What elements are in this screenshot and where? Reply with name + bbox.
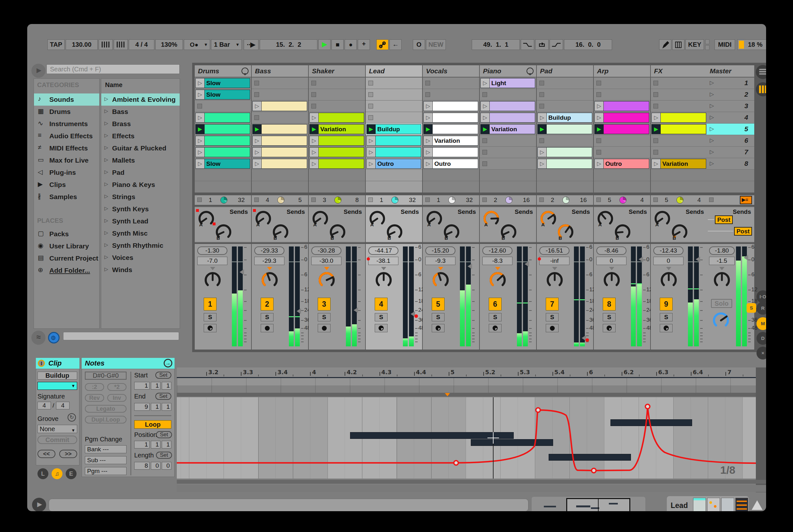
clip-playing[interactable]: ▶Variation [309, 124, 364, 134]
editor-time-ruler[interactable]: 3.23.33.444.24.34.455.25.35.466.26.36.47 [177, 367, 756, 377]
browser-item[interactable]: ▷Ambient & Evolving [101, 93, 180, 106]
solo-button[interactable]: S [660, 313, 672, 321]
browser-collapse-button[interactable]: ▶ [31, 64, 45, 78]
scene-slot[interactable]: ▷8 [706, 158, 754, 170]
clip[interactable]: ▷ [594, 101, 649, 111]
sidebar-item-add-folder-[interactable]: ⊕Add Folder... [34, 264, 99, 277]
clip-slot[interactable] [366, 100, 422, 112]
clip[interactable]: ▷Buildup [537, 113, 592, 122]
clip-slot[interactable]: ▷ [309, 158, 365, 170]
send-b-knob[interactable]: B [215, 223, 233, 241]
sidebar-item-current-project[interactable]: ▤Current Project [34, 252, 99, 264]
quantization-menu[interactable]: 1 Bar▼ [211, 39, 242, 50]
time-signature-display[interactable]: 4 / 4 [129, 39, 154, 50]
clip-slot[interactable]: ▷Variation [423, 135, 479, 147]
clip[interactable]: ▷Variation [423, 136, 478, 146]
clip-play-button[interactable]: ▷ [652, 159, 661, 168]
solo-button[interactable]: S [546, 313, 558, 321]
clip-slot[interactable] [252, 112, 308, 124]
clip-slot[interactable]: ▷Outro [366, 158, 422, 170]
sidebar-item-sounds[interactable]: ♪Sounds [34, 93, 99, 106]
clip-play-button[interactable]: ▷ [481, 113, 490, 122]
browser-item[interactable]: ▷Brass [101, 118, 180, 130]
clip-play-button[interactable]: ▷ [310, 113, 319, 122]
send-a-knob[interactable]: A [653, 210, 671, 228]
volume-field[interactable]: -1.5 [709, 257, 735, 265]
track-header-drums[interactable]: Drums▼ [195, 65, 251, 77]
clip-slot[interactable] [366, 77, 422, 89]
clip-slot[interactable] [651, 100, 707, 112]
session-record-button[interactable] [376, 39, 388, 50]
clip-slot[interactable] [366, 112, 422, 124]
clip[interactable]: ▷ [309, 159, 364, 169]
clip-slot[interactable]: ▷ [252, 147, 308, 158]
clip-slot[interactable] [252, 89, 308, 100]
clip-play-button[interactable]: ▷ [367, 136, 376, 145]
clip-playing[interactable]: ▶Variation [480, 124, 535, 134]
browser-item[interactable]: ▷Pad [101, 167, 180, 178]
clip[interactable]: ▷ [366, 147, 421, 157]
volume-field[interactable]: -7.0 [197, 257, 227, 265]
clip-slot[interactable]: ▷ [651, 112, 707, 124]
hot-swap-globe-button[interactable]: ◍ [48, 332, 59, 343]
clip-play-button-active[interactable]: ▶ [595, 125, 604, 134]
clip[interactable]: ▷ [196, 136, 250, 146]
peak-level-display[interactable]: -44.17 [368, 246, 399, 255]
track-header-arp[interactable]: Arp [594, 65, 650, 77]
volume-field[interactable]: -29.3 [254, 257, 284, 265]
clip[interactable]: ▷Outro [423, 159, 478, 169]
solo-button[interactable]: S [603, 313, 615, 321]
clip-slot[interactable] [423, 77, 479, 89]
pan-knob[interactable] [431, 271, 450, 289]
clip-playing[interactable]: ▶Buildup [366, 124, 421, 134]
play-button[interactable]: ▶ [318, 39, 331, 50]
nudge-up-button[interactable] [114, 39, 128, 50]
clip-slot[interactable]: ▶Variation [480, 124, 536, 135]
start-value-field[interactable]: 1 [162, 382, 171, 390]
commit-button[interactable]: Commit [37, 436, 77, 444]
clip-play-button[interactable]: ▷ [424, 101, 433, 111]
new-button[interactable]: NEW [426, 39, 446, 50]
signature-denominator-field[interactable]: 4 [56, 402, 70, 410]
track-activator-button[interactable]: 2 [261, 298, 274, 310]
clip-play-button[interactable]: ▷ [367, 159, 376, 168]
send-a-knob[interactable]: A [482, 210, 500, 228]
show-sends-toggle[interactable]: S [746, 303, 756, 313]
scene-slot[interactable]: ▷5 [706, 124, 754, 135]
follow-button[interactable]: ∙∙▶ [244, 39, 258, 50]
send-b-knob[interactable]: B [386, 223, 404, 241]
browser-item[interactable]: ▷Synth Keys [101, 203, 180, 215]
solo-button[interactable]: S [375, 313, 388, 321]
clip-slot[interactable] [480, 158, 536, 170]
clip-slot[interactable]: ▷ [309, 147, 365, 158]
post-toggle-b[interactable]: Post [734, 227, 752, 235]
arm-button[interactable] [660, 324, 672, 332]
volume-field[interactable]: 0 [653, 257, 683, 265]
clip-play-button[interactable]: ▷ [253, 101, 262, 111]
clip-slot[interactable]: ▷Slow [195, 77, 251, 89]
overdub-button[interactable]: + [358, 39, 370, 50]
send-b-knob[interactable]: B [614, 223, 631, 241]
clip-play-button[interactable]: ▷ [310, 148, 319, 157]
clip[interactable]: ▷Outro [366, 159, 421, 169]
peak-level-display[interactable]: -29.33 [254, 246, 284, 255]
clip-play-button-active[interactable]: ▶ [424, 125, 433, 134]
track-header-fx[interactable]: FX [651, 65, 707, 77]
track-activator-button[interactable]: 5 [432, 298, 445, 310]
reverse-notes-button[interactable]: Rev [85, 394, 104, 402]
arrangement-position-display[interactable]: 15. 2. 2 [260, 39, 317, 50]
scene-slot[interactable]: ▷7 [706, 147, 754, 158]
peak-level-display[interactable]: -1.80 [709, 246, 735, 255]
length-value-field[interactable]: 0 [162, 462, 171, 470]
clip[interactable]: ▷ [651, 113, 706, 122]
clip[interactable]: ▷ [309, 147, 364, 157]
peak-level-display[interactable]: -12.43 [653, 246, 683, 255]
track-header-bass[interactable]: Bass [252, 65, 308, 77]
clip[interactable]: ▷ [252, 159, 307, 169]
metronome-toggle[interactable]: O●▼ [184, 39, 210, 50]
clip[interactable]: ▷ [537, 159, 592, 169]
clip-slot[interactable] [537, 100, 593, 112]
scene-slot[interactable]: ▷2 [706, 89, 754, 100]
editor-scrollbar[interactable] [177, 485, 766, 492]
velocity-automation-curve[interactable] [177, 397, 756, 478]
